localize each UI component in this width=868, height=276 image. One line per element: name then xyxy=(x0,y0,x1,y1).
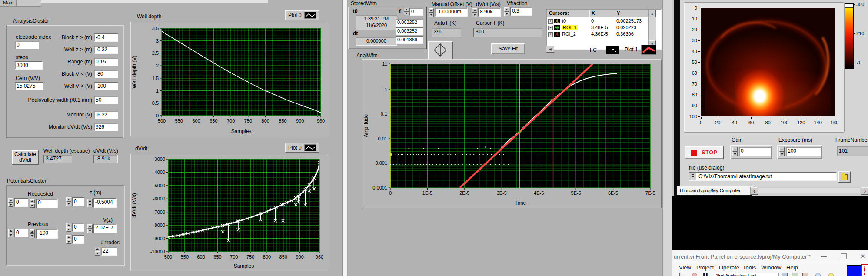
vz-index2-spinner[interactable] xyxy=(66,235,71,244)
field-input[interactable]: 50 xyxy=(94,96,118,104)
analwfm-plot[interactable]: 01E-52E-53E-54E-55E-56E-57E-51110.10.010… xyxy=(362,60,660,207)
calculate-dvdt-button[interactable]: Calculate dV/dt xyxy=(12,150,39,165)
distribute-objects-icon[interactable] xyxy=(792,273,798,276)
save-fit-button[interactable]: Save Fit xyxy=(491,43,525,54)
requested-value[interactable]: 0 xyxy=(36,199,58,208)
cursors-header-cell[interactable]: Cursors: xyxy=(547,10,592,17)
vz-index-spinner[interactable] xyxy=(66,223,71,232)
legend-plot1-label[interactable]: Plot 1 xyxy=(625,47,638,53)
vfraction-spinner[interactable] xyxy=(504,7,509,16)
reorder-icon[interactable] xyxy=(815,273,821,276)
cursors-hscroll-left[interactable]: ◀ xyxy=(546,46,554,53)
file-path-input[interactable]: C:\VIs\Thorcam\LatestImage.txt xyxy=(689,172,837,181)
z-index[interactable]: 0 xyxy=(72,197,84,206)
y-index-spinner[interactable] xyxy=(404,8,409,15)
close-button[interactable]: ✕ xyxy=(861,253,865,259)
legend-fc-label[interactable]: FC xyxy=(590,47,597,53)
field-input[interactable]: -6.22 xyxy=(94,111,118,119)
gain-input[interactable]: 0 xyxy=(739,147,771,156)
exposure-spinner[interactable] xyxy=(779,147,785,156)
panel-blue-control[interactable] xyxy=(847,265,861,276)
gain-spinner[interactable] xyxy=(732,147,738,156)
abort-button-icon[interactable] xyxy=(692,273,697,276)
cursor-color-icon[interactable] xyxy=(554,19,560,23)
font-selector[interactable]: 15pt Application Font xyxy=(714,273,779,276)
previous-index-spinner[interactable] xyxy=(8,229,13,237)
field-input[interactable]: -0.4 xyxy=(94,33,118,42)
menu-item-view[interactable]: View xyxy=(676,263,694,273)
fc-plot-icon[interactable] xyxy=(606,46,619,54)
dvdt-plot[interactable]: 500550600650700750800850900960-10000-900… xyxy=(131,154,328,270)
menu-item-tools[interactable]: Tools xyxy=(740,263,758,273)
cursor-row-expand[interactable]: + xyxy=(548,26,553,30)
cursor-name[interactable]: ROI_2 xyxy=(562,31,576,37)
help-icon[interactable] xyxy=(828,273,834,276)
cursor-row-expand[interactable]: + xyxy=(548,32,553,37)
well-depth-legend[interactable]: Plot 0 xyxy=(285,10,319,20)
stop-button[interactable]: STOP xyxy=(685,146,724,159)
plot1-fit-icon[interactable] xyxy=(641,45,656,55)
hscroll-left-arrow[interactable]: ❮ xyxy=(751,187,758,195)
trodes-value[interactable]: 22 xyxy=(101,247,117,256)
requested-index[interactable]: 0 xyxy=(14,198,28,207)
vi-title-bar[interactable]: urrent.vi Front Panel on e-source.lvproj… xyxy=(672,250,868,263)
cursors-vscroll-up[interactable]: ▲ xyxy=(649,10,656,17)
vz-index[interactable]: 0 xyxy=(72,223,84,232)
tab-selected[interactable] xyxy=(17,0,41,7)
hscrollbar[interactable]: ❮ ❯ xyxy=(750,187,868,195)
requested-value-spinner[interactable] xyxy=(30,199,35,208)
well-depth-plot[interactable]: 50055060065070075080085090096000.511.522… xyxy=(131,22,328,135)
cursor-name[interactable]: t0 xyxy=(562,18,566,24)
waveform-array-value[interactable]: 0.003252 xyxy=(396,19,423,27)
manual-offset-spinner[interactable] xyxy=(429,8,434,17)
pause-button-icon[interactable]: ▌▌ xyxy=(703,273,709,276)
dvdt-ctrl-input[interactable]: 8.90k xyxy=(478,8,501,17)
hscroll-track[interactable] xyxy=(758,188,860,193)
hscroll-right-arrow[interactable]: ❯ xyxy=(861,187,868,195)
z-value[interactable]: -0.5004 xyxy=(93,198,117,208)
camera-colorbar[interactable] xyxy=(845,3,854,69)
cursors-header-cell[interactable]: X xyxy=(589,10,617,17)
cursor-color-icon[interactable] xyxy=(554,32,560,37)
manual-offset-input[interactable]: -1.00000m xyxy=(435,8,468,17)
field-input[interactable]: 0.15 xyxy=(94,58,118,66)
requested-index-spinner[interactable] xyxy=(8,198,13,207)
z-value-spinner[interactable] xyxy=(87,199,93,207)
menu-item-project[interactable]: Project xyxy=(694,263,716,273)
exposure-input[interactable]: 100 xyxy=(786,147,821,156)
waveform-array-value[interactable]: 0.001869 xyxy=(396,36,423,44)
field-input[interactable]: -80 xyxy=(94,70,118,78)
menu-item-help[interactable]: Help xyxy=(784,263,801,273)
previous-value[interactable]: -100 xyxy=(36,229,58,239)
menu-item-window[interactable]: Window xyxy=(758,263,784,273)
autoscale-diamond-button[interactable] xyxy=(428,41,453,60)
cursor-color-icon[interactable] xyxy=(554,25,560,30)
tab-main[interactable]: Main xyxy=(0,0,17,7)
run-button-icon[interactable] xyxy=(680,273,684,276)
resize-objects-icon[interactable] xyxy=(802,273,808,276)
cursors-header-cell[interactable]: Y xyxy=(615,10,649,17)
field-input[interactable]: 926 xyxy=(94,123,118,131)
vz-value[interactable]: 2.07E-7 xyxy=(93,224,117,233)
dvdt-legend[interactable]: Plot 0 xyxy=(285,143,319,153)
field-input[interactable]: -0.32 xyxy=(94,46,118,54)
menu-item-operate[interactable]: Operate xyxy=(716,263,742,273)
z-index-spinner[interactable] xyxy=(66,197,71,206)
previous-index[interactable]: 0 xyxy=(14,229,28,237)
cursor-name[interactable]: ROI_1 xyxy=(562,25,578,30)
vz-value-spinner[interactable] xyxy=(87,224,93,233)
trodes-spinner[interactable] xyxy=(95,247,100,256)
project-tab[interactable]: Thorcam.lvproj/My Computer xyxy=(676,186,752,196)
dvdt-ctrl-spinner[interactable] xyxy=(472,8,477,17)
field-input[interactable]: -100 xyxy=(94,82,118,90)
vfraction-input[interactable]: 0.3 xyxy=(510,7,532,16)
y-index[interactable]: 0 xyxy=(409,8,423,16)
panel-red-control[interactable] xyxy=(861,264,868,276)
align-objects-icon[interactable] xyxy=(782,273,788,276)
browse-folder-button[interactable] xyxy=(838,171,851,183)
vz-index2[interactable]: 0 xyxy=(72,235,84,244)
previous-value-spinner[interactable] xyxy=(30,229,35,238)
minimize-button[interactable]: — xyxy=(821,253,827,259)
cursor-row-expand[interactable]: + xyxy=(548,19,553,24)
maximize-button[interactable] xyxy=(841,253,847,259)
